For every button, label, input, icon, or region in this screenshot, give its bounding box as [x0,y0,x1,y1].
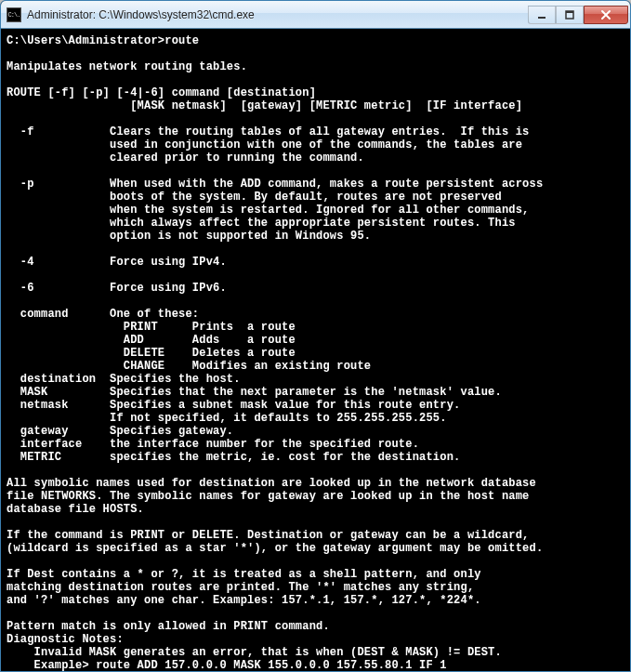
maximize-button[interactable] [556,6,584,24]
window-title: Administrator: C:\Windows\system32\cmd.e… [27,8,528,21]
svg-rect-0 [538,17,546,19]
terminal-output[interactable]: C:\Users\Administrator>route Manipulates… [1,29,630,671]
window-controls [528,6,628,24]
titlebar[interactable]: C:\. Administrator: C:\Windows\system32\… [1,1,630,29]
cmd-icon: C:\. [7,7,21,22]
minimize-button[interactable] [528,6,556,24]
minimize-icon [537,10,546,20]
maximize-icon [565,10,574,20]
close-icon [600,9,611,20]
svg-rect-2 [566,11,573,13]
close-button[interactable] [584,6,628,24]
cmd-window: C:\. Administrator: C:\Windows\system32\… [0,0,631,672]
